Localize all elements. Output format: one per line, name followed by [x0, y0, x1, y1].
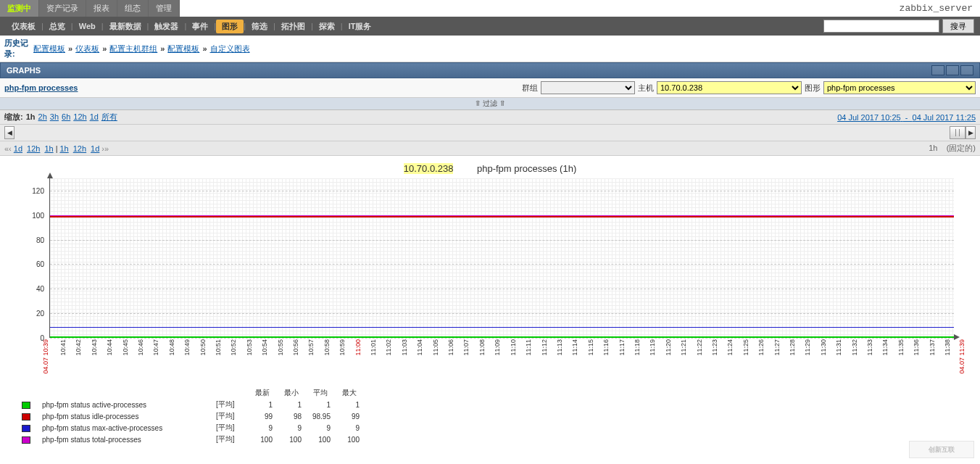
- watermark: 创新互联: [909, 441, 974, 458]
- nav-link[interactable]: 1d: [14, 144, 22, 153]
- nav-link[interactable]: 12h: [27, 144, 40, 153]
- graph-select[interactable]: php-fpm processes: [823, 81, 976, 94]
- x-tick: 11:27: [773, 339, 781, 356]
- add-icon[interactable]: [931, 65, 944, 75]
- x-tick: 10:56: [292, 339, 299, 356]
- top-tab[interactable]: 资产记录: [39, 0, 86, 17]
- group-label: 群组: [522, 83, 538, 94]
- restore-icon[interactable]: [946, 65, 959, 75]
- history-row: 历史记录: 配置模板 » 仪表板 » 配置主机群组 » 配置模板 » 自定义图表: [0, 36, 980, 62]
- subnav-item[interactable]: 事件: [186, 21, 214, 32]
- navlinks-row: «‹ 1d12h1h | 1h12h1d ›» 1h (固定的): [0, 141, 980, 156]
- graphs-title: GRAPHS: [7, 66, 41, 75]
- nav-link[interactable]: 1h: [60, 144, 69, 153]
- x-tick: 10:54: [261, 339, 268, 356]
- subnav-item[interactable]: 探索: [313, 21, 341, 32]
- x-tick: 11:08: [478, 339, 486, 356]
- search-button[interactable]: 搜寻: [942, 19, 974, 33]
- subnav-item[interactable]: 图形: [216, 20, 244, 33]
- search-input[interactable]: [823, 20, 939, 33]
- x-tick: 11:13: [556, 339, 563, 356]
- nav-link[interactable]: 12h: [73, 144, 86, 153]
- legend-row: php-fpm status idle-processes[平均]999898.…: [17, 410, 364, 422]
- y-tick: 80: [22, 236, 44, 244]
- subnav-item[interactable]: 筛选: [246, 21, 273, 32]
- zoom-link[interactable]: 1d: [90, 112, 99, 121]
- group-select[interactable]: [541, 81, 635, 94]
- series-line: [50, 327, 954, 328]
- x-tick: 11:10: [510, 339, 517, 356]
- x-tick: 11:29: [804, 339, 811, 356]
- subnav-item[interactable]: 仪表板: [6, 21, 41, 32]
- x-tick: 11:02: [385, 339, 392, 356]
- x-tick: 10:52: [230, 339, 237, 356]
- x-tick: 11:33: [866, 339, 873, 356]
- x-tick: 11:21: [680, 339, 687, 356]
- breadcrumb-link[interactable]: 配置模板: [167, 44, 199, 54]
- y-tick: 20: [22, 310, 44, 318]
- timeline-right-button[interactable]: ▶: [966, 126, 976, 139]
- zoom-link[interactable]: 12h: [73, 112, 86, 121]
- subnav: 仪表板|总览|Web|最新数据|触发器|事件|图形|筛选|拓扑图|探索|IT服务…: [0, 17, 980, 36]
- x-tick: 11:03: [401, 339, 408, 356]
- top-tabs: 监测中资产记录报表组态管理: [0, 0, 180, 17]
- top-tab[interactable]: 管理: [149, 0, 180, 17]
- chart-canvas[interactable]: 020406080100120: [49, 178, 954, 338]
- legend-row: php-fpm status total-processes[平均]100100…: [17, 434, 364, 445]
- x-tick: 11:09: [494, 339, 501, 356]
- subnav-item[interactable]: 拓扑图: [275, 21, 311, 32]
- subnav-item[interactable]: 触发器: [149, 21, 184, 32]
- nav-left-arrows[interactable]: «‹: [4, 144, 12, 153]
- x-tick: 11:04: [416, 339, 423, 356]
- x-tick: 10:41: [59, 339, 67, 356]
- x-tick: 11:36: [913, 339, 920, 356]
- timeline-left-button[interactable]: ◀: [4, 126, 14, 139]
- top-tab[interactable]: 报表: [86, 0, 117, 17]
- top-tab[interactable]: 组态: [117, 0, 149, 17]
- x-tick: 10:47: [152, 339, 159, 356]
- legend-swatch-icon: [22, 425, 30, 432]
- breadcrumb-link[interactable]: 仪表板: [75, 44, 99, 54]
- x-tick: 10:44: [106, 339, 113, 356]
- breadcrumb-link[interactable]: 配置模板: [33, 44, 65, 54]
- zoom-link[interactable]: 1h: [26, 112, 36, 121]
- timeline-handle[interactable]: [950, 126, 966, 139]
- subnav-item[interactable]: Web: [73, 22, 101, 30]
- x-tick: 11:12: [541, 339, 548, 356]
- duration: 1h: [929, 144, 937, 152]
- nav-link[interactable]: 1h: [44, 144, 53, 153]
- subnav-item[interactable]: 最新数据: [104, 21, 147, 32]
- zoom-link[interactable]: 所有: [101, 112, 117, 121]
- x-tick: 10:48: [168, 339, 175, 356]
- graph-title-link[interactable]: php-fpm processes: [4, 83, 78, 92]
- top-tab[interactable]: 监测中: [0, 0, 39, 17]
- x-tick: 11:38: [944, 339, 951, 356]
- subnav-item[interactable]: 总览: [43, 21, 71, 32]
- zoom-link[interactable]: 6h: [62, 112, 70, 121]
- breadcrumb-link[interactable]: 自定义图表: [210, 44, 250, 54]
- host-select[interactable]: 10.70.0.238: [657, 81, 802, 94]
- nav-right-arrows[interactable]: ›»: [101, 144, 109, 153]
- x-tick: 11:37: [929, 339, 936, 356]
- x-tick: 11:30: [820, 339, 827, 356]
- subnav-item[interactable]: IT服务: [343, 21, 378, 32]
- zoom-link[interactable]: 2h: [38, 112, 47, 121]
- fixed-label: (固定的): [947, 144, 976, 152]
- x-tick: 11:15: [587, 339, 594, 356]
- nav-link[interactable]: 1d: [91, 144, 99, 153]
- x-tick: 11:22: [696, 339, 703, 356]
- zoom-from[interactable]: 04 Jul 2017 10:25: [837, 113, 900, 122]
- fullscreen-icon[interactable]: [960, 65, 973, 75]
- zoom-to[interactable]: 04 Jul 2017 11:25: [913, 113, 976, 122]
- legend-swatch-icon: [22, 413, 30, 420]
- x-tick: 10:57: [307, 339, 315, 356]
- filter-toggle[interactable]: ⥣ 过滤 ⥣: [0, 98, 980, 110]
- legend-row: php-fpm status active-processes[平均]1111: [17, 399, 364, 410]
- x-tick: 11:25: [742, 339, 749, 356]
- zoom-link[interactable]: 3h: [50, 112, 59, 121]
- x-tick: 11:26: [757, 339, 765, 356]
- breadcrumb-link[interactable]: 配置主机群组: [109, 44, 157, 54]
- y-tick: 120: [22, 186, 44, 194]
- timeline-track[interactable]: [14, 129, 950, 136]
- x-tick: 11:05: [432, 339, 439, 356]
